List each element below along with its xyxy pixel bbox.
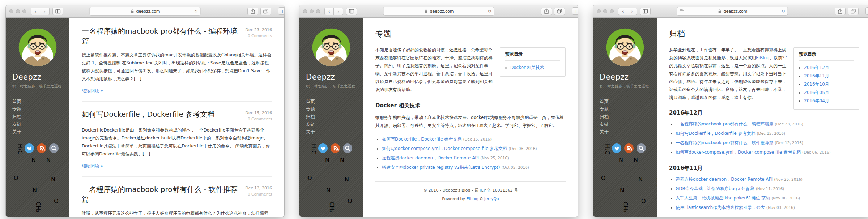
post-link[interactable]: 如何写docker-compose.yml，Docker compose fil… [382, 146, 507, 151]
toc-link[interactable]: 2016年05月 [804, 90, 829, 95]
toc-link[interactable]: Docker 相关技术 [510, 65, 544, 70]
post-title[interactable]: 如何写Dockerfile，Dockerfile 参考文档 [82, 110, 245, 119]
sidebar-toggle-button[interactable] [52, 8, 63, 15]
post-date: (Nov 06, 2016) [771, 196, 800, 200]
back-button[interactable]: ‹ [31, 8, 40, 15]
close-window-button[interactable] [597, 9, 601, 13]
preview-toc: 预览目录 2016年12月 2016年11月 2016年10月 2016年05月… [793, 47, 859, 110]
rss-icon[interactable] [624, 143, 634, 153]
refresh-icon[interactable]: ↻ [781, 9, 785, 14]
sidebar-item-topics[interactable]: 专题 [12, 105, 69, 113]
search-icon[interactable] [49, 143, 59, 153]
post-link[interactable]: 远程连接docker daemon，Docker Remote API [382, 155, 479, 160]
address-bar[interactable]: deepzz.com ↻ [677, 7, 788, 16]
read-more-link[interactable]: 继续阅读 » [82, 88, 103, 94]
toc-link[interactable]: 2016年11月 [804, 73, 829, 78]
twitter-icon[interactable] [612, 143, 621, 153]
sidebar-toggle-button[interactable] [346, 8, 357, 15]
post-link[interactable]: 如何写docker-compose.yml，Docker compose fil… [676, 150, 801, 155]
list-item: 如何写docker-compose.yml，Docker compose fil… [382, 144, 566, 153]
new-tab-button[interactable]: + [865, 7, 868, 15]
list-item: 搭建安全的docker private registry v2指南(Let's … [382, 163, 566, 172]
show-all-tabs-button[interactable] [260, 8, 271, 15]
sidebar-item-home[interactable]: 首页 [12, 98, 69, 105]
twitter-icon[interactable] [25, 143, 34, 153]
post-comments[interactable]: 0 Comments [245, 117, 272, 121]
toc-link[interactable]: 2016年04月 [804, 98, 829, 103]
rss-icon[interactable] [37, 143, 46, 153]
address-bar[interactable]: deepzz.com ↻ [90, 7, 201, 16]
reader-mode-icon[interactable] [680, 9, 685, 14]
post-link[interactable]: 一名程序猿的macbook pro都有什么 - 软件推荐篇 [676, 140, 773, 145]
forward-button[interactable]: › [334, 8, 343, 15]
sidebar-item-archives[interactable]: 归档 [600, 113, 657, 120]
post-link[interactable]: 如何写Dockerfile，Dockerfile 参考文档 [676, 131, 755, 136]
post-date: (Dec 15, 2016) [463, 137, 492, 141]
post-link[interactable]: 一名程序猿的macbook pro都有什么 - 编程环境篇 [676, 121, 773, 126]
post-link[interactable]: 入手人生第一款机械键盘lkbc poker61键位 茶轴 [676, 196, 770, 201]
copyright-line: © 2016 - Deepzz's Blog - 蜀 ICP 备 1602136… [375, 188, 566, 193]
sidebar-toggle-button[interactable] [640, 8, 651, 15]
forward-button[interactable]: › [40, 8, 50, 15]
close-window-button[interactable] [9, 9, 13, 13]
post-comments[interactable]: 0 Comments [245, 34, 272, 38]
refresh-icon[interactable]: ↻ [194, 9, 197, 14]
sidebar-item-archives[interactable]: 归档 [12, 113, 69, 120]
show-all-tabs-button[interactable] [554, 8, 565, 15]
zoom-window-button[interactable] [22, 9, 26, 13]
avatar[interactable] [311, 27, 352, 68]
address-bar[interactable]: deepzz.com ↻ [383, 7, 494, 16]
new-tab-button[interactable]: + [278, 7, 284, 15]
post-title[interactable]: 一名程序猿的macbook pro都有什么 - 软件推荐篇 [82, 185, 245, 204]
post-comments[interactable]: 0 Comments [245, 192, 272, 196]
zoom-window-button[interactable] [316, 9, 320, 13]
post-link[interactable]: GDB命令基础，让你的程序bug无处躲藏 [676, 186, 754, 191]
toc-link[interactable]: 2016年12月 [804, 65, 829, 70]
close-window-button[interactable] [303, 9, 307, 13]
read-more-link[interactable]: 继续阅读 » [82, 163, 103, 169]
blog-name: Deepzz [600, 73, 657, 81]
minimize-window-button[interactable] [310, 9, 314, 13]
toc-link[interactable]: 2016年10月 [804, 82, 829, 87]
post-link[interactable]: 如何写Dockerfile，Dockerfile 参考文档 [382, 137, 461, 142]
month-heading: 2016年11月 [669, 165, 859, 172]
sidebar-item-archives[interactable]: 归档 [306, 113, 363, 120]
avatar[interactable] [605, 27, 645, 68]
search-icon[interactable] [637, 143, 646, 153]
forward-button[interactable]: › [627, 8, 637, 15]
share-button[interactable] [541, 8, 552, 15]
sidebar-item-home[interactable]: 首页 [600, 98, 657, 105]
sidebar-item-about[interactable]: 关于 [306, 128, 363, 136]
eiblog-link[interactable]: Eiblog [466, 197, 478, 201]
search-icon[interactable] [343, 143, 352, 153]
sidebar-item-about[interactable]: 关于 [12, 128, 69, 136]
back-button[interactable]: ‹ [324, 8, 334, 15]
sidebar-item-links[interactable]: 友链 [12, 120, 69, 128]
minimize-window-button[interactable] [603, 9, 607, 13]
post-date: (Dec 06, 2016) [802, 150, 831, 154]
sidebar-item-home[interactable]: 首页 [306, 98, 363, 105]
post-link[interactable]: 搭建安全的docker private registry v2指南(Let's … [382, 165, 500, 170]
sidebar-item-about[interactable]: 关于 [600, 128, 657, 136]
rss-icon[interactable] [331, 143, 340, 153]
eiblog-link[interactable]: EiBlog [756, 55, 769, 60]
new-tab-button[interactable]: + [572, 7, 578, 15]
sidebar-item-links[interactable]: 友链 [306, 120, 363, 128]
refresh-icon[interactable]: ↻ [488, 9, 491, 14]
share-button[interactable] [835, 8, 846, 15]
share-button[interactable] [247, 8, 258, 15]
avatar[interactable] [17, 27, 58, 68]
twitter-icon[interactable] [318, 143, 328, 153]
minimize-window-button[interactable] [16, 9, 20, 13]
zoom-window-button[interactable] [610, 9, 614, 13]
show-all-tabs-button[interactable] [848, 8, 859, 15]
post-link[interactable]: 使用Elasticsearch作为本博客搜索引擎，强大 [676, 205, 765, 210]
safari-window-topics: ‹ › deepzz.com ↻ + Deepzz 积一时之跬步，臻千里之遥程 … [299, 5, 578, 217]
post-link[interactable]: 远程连接docker daemon，Docker Remote API [676, 177, 773, 182]
sidebar-item-topics[interactable]: 专题 [306, 105, 363, 113]
back-button[interactable]: ‹ [618, 8, 627, 15]
post-title[interactable]: 一名程序猿的macbook pro都有什么 - 编程环境篇 [82, 26, 245, 46]
jerryqu-link[interactable]: JerryQu [484, 197, 499, 201]
sidebar-item-links[interactable]: 友链 [600, 120, 657, 128]
sidebar-item-topics[interactable]: 专题 [600, 105, 657, 113]
